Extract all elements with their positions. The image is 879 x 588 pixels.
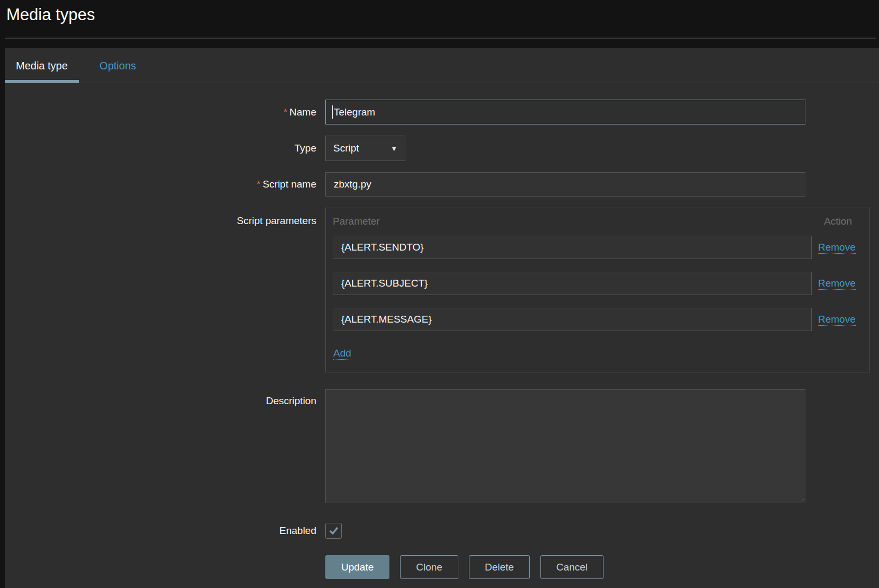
parameter-row: Remove [333,308,863,331]
type-label: Type [5,136,325,161]
tab-media-type[interactable]: Media type [5,48,79,83]
name-input[interactable] [325,100,805,124]
remove-parameter-3-button[interactable]: Remove [818,313,856,326]
script-parameters-fieldset: Parameter Action Remove Remove Remove Ad… [325,208,870,372]
page-title: Media types [6,5,95,24]
footer-buttons-row: Update Clone Delete Cancel [5,555,614,579]
parameter-row: Remove [333,236,863,259]
enabled-row: Enabled [5,523,342,539]
parameter-input-1[interactable] [333,236,812,259]
name-label: *Name [5,100,325,124]
required-asterisk: * [283,106,287,118]
form-panel: Media type Options *Name Type Script ▼ *… [5,48,879,588]
clone-button[interactable]: Clone [400,555,458,579]
type-select-value: Script [333,142,359,154]
script-name-label: *Script name [5,172,325,197]
checkmark-icon [328,525,339,536]
action-column-header: Action [824,216,863,227]
tab-bar: Media type Options [5,48,879,83]
script-name-input[interactable] [325,172,805,197]
description-row: Description [5,389,805,503]
remove-parameter-1-button[interactable]: Remove [818,241,856,254]
title-divider [5,38,876,39]
parameter-row: Remove [333,272,863,295]
update-button[interactable]: Update [325,555,389,579]
parameter-column-header: Parameter [333,216,380,227]
type-select[interactable]: Script ▼ [325,136,405,161]
delete-button[interactable]: Delete [469,555,530,579]
script-name-row: *Script name [5,172,805,197]
cancel-button[interactable]: Cancel [540,555,603,579]
name-row: *Name [5,100,805,124]
name-field-wrap [325,100,805,124]
parameter-input-2[interactable] [333,272,812,295]
enabled-label: Enabled [5,523,325,539]
parameters-table-header: Parameter Action [333,216,863,227]
tab-options[interactable]: Options [88,48,147,83]
required-asterisk: * [256,179,260,190]
remove-parameter-2-button[interactable]: Remove [818,277,856,290]
text-cursor [332,105,333,119]
script-parameters-row: Script parameters Parameter Action Remov… [5,208,870,372]
type-row: Type Script ▼ [5,136,405,161]
parameter-input-3[interactable] [333,308,812,331]
description-textarea[interactable] [325,389,805,503]
enabled-checkbox[interactable] [325,523,342,539]
script-parameters-label: Script parameters [5,208,325,227]
description-label: Description [5,389,325,407]
add-parameter-button[interactable]: Add [333,347,351,360]
dropdown-arrow-icon: ▼ [390,145,397,153]
